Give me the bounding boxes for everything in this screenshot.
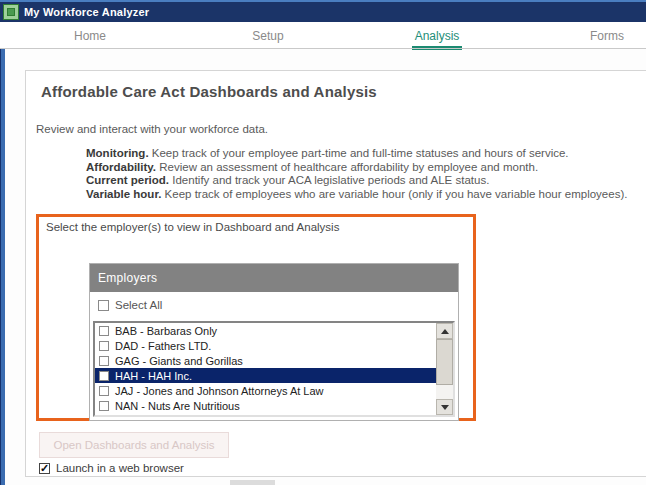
employer-name: NAN - Nuts Are Nutritious xyxy=(115,400,240,412)
feature-term: Monitoring. xyxy=(86,147,149,159)
employer-name: BAB - Barbaras Only xyxy=(115,325,217,337)
list-item[interactable]: JAJ - Jones and Johnson Attorneys At Law xyxy=(95,383,436,398)
employer-checkbox[interactable] xyxy=(99,341,109,351)
arrow-up-icon xyxy=(441,329,449,334)
employers-list: BAB - Barbaras Only DAD - Fathers LTD. G… xyxy=(95,323,436,415)
feature-item: Variable hour. Keep track of employees w… xyxy=(86,188,627,202)
select-all-checkbox[interactable] xyxy=(98,300,109,311)
tab-forms[interactable]: Forms xyxy=(590,29,624,43)
window-title: My Workforce Analyzer xyxy=(24,6,149,18)
scrollbar-thumb[interactable] xyxy=(436,339,453,385)
list-item[interactable]: BAB - Barbaras Only xyxy=(95,323,436,338)
launch-browser-row[interactable]: Launch in a web browser xyxy=(39,462,184,474)
employer-name: JAJ - Jones and Johnson Attorneys At Law xyxy=(115,385,324,397)
arrow-down-icon xyxy=(441,405,449,410)
employer-checkbox[interactable] xyxy=(99,371,109,381)
title-bar: My Workforce Analyzer xyxy=(0,0,646,22)
intro-text: Review and interact with your workforce … xyxy=(36,123,268,135)
employer-select-section: Select the employer(s) to view in Dashbo… xyxy=(36,214,476,421)
feature-desc: Keep track of your employee part-time an… xyxy=(149,147,569,159)
tab-setup[interactable]: Setup xyxy=(252,29,283,43)
scroll-up-button[interactable] xyxy=(436,323,453,339)
select-all-label: Select All xyxy=(115,299,162,311)
list-item[interactable]: DAD - Fathers LTD. xyxy=(95,338,436,353)
employers-panel-header: Employers xyxy=(90,264,458,292)
select-all-row[interactable]: Select All xyxy=(90,292,458,318)
scroll-down-button[interactable] xyxy=(436,399,453,415)
employers-panel: Employers Select All BAB - Barbaras Only… xyxy=(89,263,459,421)
feature-term: Affordability. xyxy=(86,161,156,173)
nav-tabs: Home Setup Analysis Forms xyxy=(0,22,646,48)
feature-term: Current period. xyxy=(86,174,169,186)
employer-name: GAG - Giants and Gorillas xyxy=(115,355,243,367)
app-icon xyxy=(3,4,19,20)
horizontal-scrollbar-fragment[interactable] xyxy=(230,480,275,485)
employer-checkbox[interactable] xyxy=(99,356,109,366)
page-title: Affordable Care Act Dashboards and Analy… xyxy=(41,83,377,100)
launch-browser-checkbox[interactable] xyxy=(39,463,50,474)
tab-analysis[interactable]: Analysis xyxy=(415,29,460,43)
launch-browser-label: Launch in a web browser xyxy=(56,462,184,474)
employer-name: HAH - HAH Inc. xyxy=(115,370,192,382)
feature-desc: Review an assessment of healthcare affor… xyxy=(156,161,538,173)
window-left-border xyxy=(0,22,5,485)
feature-desc: Identify and track your ACA legislative … xyxy=(169,174,489,186)
feature-desc: Keep track of employees who are variable… xyxy=(161,188,627,200)
vertical-scrollbar[interactable] xyxy=(436,323,453,415)
app-window: My Workforce Analyzer Home Setup Analysi… xyxy=(0,0,646,485)
feature-item: Current period. Identify and track your … xyxy=(86,174,627,188)
content-panel: Affordable Care Act Dashboards and Analy… xyxy=(25,70,646,477)
open-dashboards-button[interactable]: Open Dashboards and Analysis xyxy=(39,432,229,458)
feature-term: Variable hour. xyxy=(86,188,161,200)
employers-listbox: BAB - Barbaras Only DAD - Fathers LTD. G… xyxy=(93,321,455,417)
feature-item: Affordability. Review an assessment of h… xyxy=(86,161,627,175)
feature-item: Monitoring. Keep track of your employee … xyxy=(86,147,627,161)
tab-home[interactable]: Home xyxy=(74,29,106,43)
nav-divider xyxy=(0,48,646,49)
employer-checkbox[interactable] xyxy=(99,386,109,396)
employer-name: DAD - Fathers LTD. xyxy=(115,340,211,352)
list-item[interactable]: GAG - Giants and Gorillas xyxy=(95,353,436,368)
list-item-selected[interactable]: HAH - HAH Inc. xyxy=(95,368,436,383)
employer-checkbox[interactable] xyxy=(99,326,109,336)
employer-checkbox[interactable] xyxy=(99,401,109,411)
employer-select-label: Select the employer(s) to view in Dashbo… xyxy=(46,221,339,233)
list-item[interactable]: NAN - Nuts Are Nutritious xyxy=(95,398,436,413)
feature-list: Monitoring. Keep track of your employee … xyxy=(86,147,627,201)
